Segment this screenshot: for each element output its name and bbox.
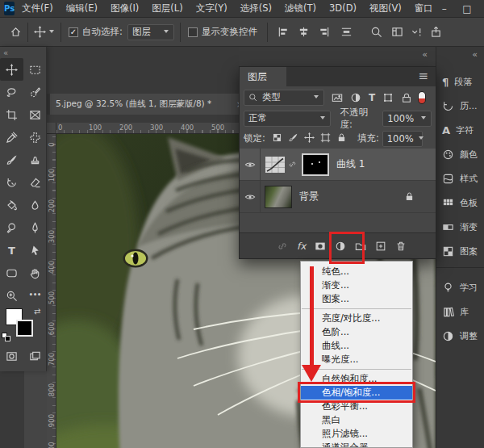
- visibility-toggle[interactable]: [240, 149, 261, 181]
- background-layer-thumbnail[interactable]: [265, 186, 292, 208]
- zoom-tool[interactable]: [0, 284, 23, 307]
- layer-style-button[interactable]: fx: [297, 241, 306, 252]
- new-group-button[interactable]: [355, 241, 366, 252]
- type-tool[interactable]: T: [0, 239, 23, 262]
- shape-tool[interactable]: [0, 262, 23, 284]
- menu-item-色阶[interactable]: 色阶...: [301, 325, 412, 339]
- move-lock-icon[interactable]: [304, 132, 315, 143]
- menu-item-3[interactable]: 图层(L): [152, 2, 182, 15]
- edit-toolbar-button[interactable]: •••: [23, 284, 47, 307]
- auto-select-checkbox[interactable]: ✓ 自动选择:: [67, 26, 123, 38]
- auto-select-target-dropdown[interactable]: 图层: [127, 24, 174, 40]
- shape-filter-icon[interactable]: [382, 92, 394, 103]
- menu-item-9[interactable]: 窗口: [415, 2, 433, 15]
- eraser-tool[interactable]: [23, 171, 47, 194]
- dock-panel-历[interactable]: 历...: [436, 94, 484, 118]
- paint-lock-icon[interactable]: [288, 132, 298, 143]
- delete-layer-button[interactable]: [395, 241, 407, 252]
- dock-panel-图案[interactable]: 图案: [436, 239, 484, 263]
- crop-tool[interactable]: [0, 103, 23, 126]
- toolbar-collapse-icon[interactable]: «: [0, 47, 46, 58]
- new-layer-button[interactable]: [375, 241, 386, 252]
- dock-panel-学习[interactable]: 学习: [436, 275, 484, 299]
- menu-item-7[interactable]: 3D(D): [329, 2, 357, 15]
- mask-link-icon[interactable]: [288, 160, 297, 169]
- path-select-tool[interactable]: [23, 239, 47, 262]
- marquee-tool[interactable]: [23, 58, 47, 81]
- menu-item-照片滤镜[interactable]: 照片滤镜...: [301, 427, 412, 441]
- dock-panel-样式[interactable]: 样式: [436, 166, 484, 191]
- link-layers-button[interactable]: [277, 241, 288, 252]
- dock-panel-段落[interactable]: ¶段落: [436, 69, 484, 94]
- align-center-icon[interactable]: [298, 26, 310, 38]
- blend-mode-dropdown[interactable]: 正常: [244, 111, 331, 127]
- menu-item-8[interactable]: 视图(V): [369, 2, 402, 15]
- dock-panel-调整[interactable]: 调整: [436, 324, 484, 348]
- quick-mask-button[interactable]: [0, 345, 23, 366]
- menu-item-图案[interactable]: 图案...: [301, 292, 412, 306]
- menu-item-5[interactable]: 选择(S): [240, 2, 272, 15]
- dock-panel-库[interactable]: 库: [436, 299, 484, 324]
- document-tab[interactable]: 5.jpeg @ 32.5% (曲线 1, 图层蒙版/8) * ×: [50, 94, 250, 115]
- gradient-tool[interactable]: [0, 194, 23, 216]
- search-icon[interactable]: [370, 26, 382, 38]
- tab-layers[interactable]: 图层: [240, 67, 286, 86]
- adjustment-filter-icon[interactable]: [350, 92, 361, 103]
- dock-panel-渐变[interactable]: 渐变: [436, 215, 484, 239]
- blur-tool[interactable]: [23, 194, 47, 216]
- filter-type-dropdown[interactable]: 类型: [244, 90, 324, 106]
- chevron-down-icon[interactable]: [49, 29, 55, 35]
- type-filter-icon[interactable]: T: [369, 93, 375, 103]
- layer-name[interactable]: 背景: [299, 190, 319, 203]
- history-brush-tool[interactable]: [0, 171, 23, 194]
- curves-adjustment-thumbnail[interactable]: [265, 157, 285, 173]
- dock-panel-色板[interactable]: 色板: [436, 191, 484, 215]
- menu-item-亮度/对比度[interactable]: 亮度/对比度...: [301, 312, 412, 325]
- artboard-lock-icon[interactable]: [320, 132, 331, 143]
- layer-row-background[interactable]: 背景: [240, 181, 436, 213]
- checkbox-checked-icon[interactable]: ✓: [69, 27, 78, 37]
- eyedropper-tool[interactable]: [0, 126, 23, 149]
- workspace-icon[interactable]: [391, 26, 403, 38]
- opacity-dropdown[interactable]: 100%: [382, 111, 432, 127]
- menu-item-纯色[interactable]: 纯色...: [301, 265, 412, 278]
- minimize-button[interactable]: –: [433, 0, 456, 17]
- filter-switch-icon[interactable]: [418, 91, 426, 104]
- distribute-icon[interactable]: [340, 26, 353, 38]
- menu-item-2[interactable]: 图像(I): [111, 2, 139, 15]
- menu-item-色彩平衡[interactable]: 色彩平衡...: [301, 400, 412, 413]
- all-lock-icon[interactable]: [336, 132, 347, 143]
- layer-name[interactable]: 曲线 1: [336, 157, 365, 171]
- alert-icon[interactable]: [411, 26, 423, 38]
- menu-item-黑白[interactable]: 黑白: [301, 413, 412, 427]
- maximize-button[interactable]: □: [456, 0, 478, 17]
- pen-tool[interactable]: [23, 216, 47, 239]
- move-tool-icon[interactable]: [34, 26, 46, 38]
- align-right-icon[interactable]: [318, 26, 330, 38]
- add-layer-mask-button[interactable]: [315, 241, 326, 252]
- image-filter-icon[interactable]: [332, 92, 343, 103]
- home-icon[interactable]: [10, 26, 22, 38]
- screen-mode-button[interactable]: [23, 345, 47, 366]
- dock-panel-字符[interactable]: A字符: [436, 118, 484, 142]
- swap-colors-icon[interactable]: ⇄: [34, 307, 40, 316]
- panel-menu-icon[interactable]: ≡: [418, 69, 428, 83]
- fill-dropdown[interactable]: 100%: [382, 131, 423, 147]
- menu-item-4[interactable]: 文字(Y): [196, 2, 227, 15]
- align-left-icon[interactable]: [277, 26, 290, 38]
- menu-item-自然饱和度[interactable]: 自然饱和度...: [301, 372, 412, 386]
- dodge-tool[interactable]: [0, 216, 23, 239]
- menu-item-0[interactable]: 文件(F): [22, 2, 53, 15]
- brush-tool[interactable]: [0, 149, 23, 171]
- transparency-lock-icon[interactable]: [272, 132, 282, 143]
- default-colors-icon[interactable]: [2, 333, 11, 342]
- menu-item-渐变[interactable]: 渐变...: [301, 278, 412, 292]
- background-color-swatch[interactable]: [16, 320, 33, 337]
- share-icon[interactable]: [430, 26, 442, 38]
- menu-item-1[interactable]: 编辑(E): [66, 2, 98, 15]
- frame-tool[interactable]: [23, 103, 47, 126]
- menu-item-6[interactable]: 滤镜(T): [285, 2, 316, 15]
- move-tool[interactable]: [0, 58, 23, 81]
- menu-item-曲线[interactable]: 曲线...: [301, 339, 412, 353]
- new-adjustment-layer-button[interactable]: [335, 241, 346, 252]
